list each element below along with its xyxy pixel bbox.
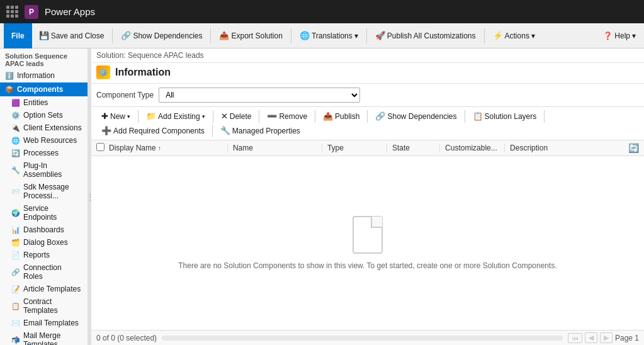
contract-templates-icon: 📋 xyxy=(11,302,20,310)
web-resources-icon: 🌐 xyxy=(11,136,20,145)
publish-button[interactable]: 🚀 Publish All Customizations xyxy=(371,29,480,43)
sidebar-item-information[interactable]: ℹ️ Information xyxy=(0,69,88,82)
save-close-button[interactable]: 💾 Save and Close xyxy=(35,29,109,43)
help-button[interactable]: ❓ Help ▾ xyxy=(599,30,640,42)
sidebar-item-entities[interactable]: 🟪 Entities xyxy=(0,96,88,109)
info-icon: ℹ️ xyxy=(5,71,14,80)
toolbar-sep-4 xyxy=(366,28,367,43)
sidebar-item-client-extensions[interactable]: 🔌 Client Extensions xyxy=(0,122,88,134)
translations-button[interactable]: 🌐 Translations ▾ xyxy=(295,29,363,43)
sidebar-item-option-sets[interactable]: ⚙️ Option Sets xyxy=(0,109,88,122)
action-sep-8 xyxy=(212,125,213,137)
toolbar-sep-3 xyxy=(291,28,291,43)
record-count: 0 of 0 (0 selected) xyxy=(96,334,157,342)
apps-grid-icon[interactable] xyxy=(6,6,18,18)
sidebar-item-reports[interactable]: 📄 Reports xyxy=(0,249,88,261)
sidebar-item-dashboards[interactable]: 📊 Dashboards xyxy=(0,223,88,236)
plugin-icon: 🔧 xyxy=(11,166,20,174)
horizontal-scrollbar[interactable] xyxy=(162,336,563,341)
email-templates-icon: ✉️ xyxy=(11,319,20,327)
publish-action-icon: 📤 xyxy=(323,111,333,121)
add-existing-button[interactable]: 📁 Add Existing ▾ xyxy=(141,110,210,123)
sidebar-item-processes[interactable]: 🔄 Processes xyxy=(0,147,88,159)
sidebar-item-sdk-message[interactable]: 📨 Sdk Message Processi... xyxy=(0,181,88,202)
show-deps-action-button[interactable]: 🔗 Show Dependencies xyxy=(370,110,461,123)
processes-icon: 🔄 xyxy=(11,149,20,157)
sidebar-item-mail-merge[interactable]: 📬 Mail Merge Templates xyxy=(0,329,88,345)
delete-button[interactable]: ✕ Delete xyxy=(216,110,257,123)
prev-page-button[interactable]: ◀ xyxy=(585,332,597,343)
col-type[interactable]: Type xyxy=(322,144,387,152)
pagination: ⏮ ◀ ▶ Page 1 xyxy=(568,332,639,343)
solution-icon: ⚙️ xyxy=(96,65,110,79)
sidebar-item-connection-roles[interactable]: 🔗 Connection Roles xyxy=(0,261,88,283)
service-endpoints-icon: 🌍 xyxy=(11,208,20,217)
sdk-icon: 📨 xyxy=(11,187,20,196)
sidebar-item-dialog-boxes[interactable]: 🗂️ Dialog Boxes xyxy=(0,236,88,249)
content-scrollable: There are no Solution Components to show… xyxy=(91,156,644,330)
publish-icon: 🚀 xyxy=(375,31,385,41)
dialog-icon: 🗂️ xyxy=(11,238,20,247)
export-icon: 📤 xyxy=(219,31,229,41)
action-sep-5 xyxy=(367,110,368,123)
col-display-name[interactable]: Display Name ↑ xyxy=(109,144,227,152)
app-title: Power Apps xyxy=(45,6,95,17)
select-all-checkbox[interactable] xyxy=(96,143,105,151)
solution-title: Information xyxy=(115,67,171,78)
new-caret: ▾ xyxy=(127,113,130,120)
action-sep-3 xyxy=(259,110,259,123)
first-page-button[interactable]: ⏮ xyxy=(568,333,582,343)
empty-state: There are no Solution Components to show… xyxy=(91,156,644,330)
show-deps-button[interactable]: 🔗 Show Dependencies xyxy=(116,29,206,43)
add-existing-caret: ▾ xyxy=(202,113,205,120)
breadcrumb: Solution: Sequence APAC leads xyxy=(91,48,644,63)
action-toolbar: ✚ New ▾ 📁 Add Existing ▾ ✕ Delete ➖ Remo… xyxy=(91,107,644,140)
actions-icon: ⚡ xyxy=(493,31,503,41)
help-caret: ▾ xyxy=(632,31,636,40)
export-button[interactable]: 📤 Export Solution xyxy=(215,29,286,43)
bottom-bar: 0 of 0 (0 selected) ⏮ ◀ ▶ Page 1 xyxy=(91,330,644,345)
add-required-button[interactable]: ➕ Add Required Components xyxy=(96,124,210,137)
sidebar-item-service-endpoints[interactable]: 🌍 Service Endpoints xyxy=(0,202,88,223)
page-label: Page 1 xyxy=(615,334,639,342)
solution-layers-button[interactable]: 📋 Solution Layers xyxy=(468,110,542,123)
managed-props-icon: 🔧 xyxy=(220,126,230,135)
empty-file-icon xyxy=(353,216,383,254)
sidebar-item-email-templates[interactable]: ✉️ Email Templates xyxy=(0,317,88,329)
sidebar-resize-handle[interactable] xyxy=(88,48,91,345)
publish-action-button[interactable]: 📤 Publish xyxy=(318,110,364,123)
empty-text: There are no Solution Components to show… xyxy=(178,261,556,270)
remove-button[interactable]: ➖ Remove xyxy=(262,110,312,123)
sidebar-item-components[interactable]: 📦 Components xyxy=(0,82,88,96)
action-sep-4 xyxy=(315,110,315,123)
col-state[interactable]: State xyxy=(387,144,439,152)
next-page-button[interactable]: ▶ xyxy=(600,332,613,343)
col-description[interactable]: Description xyxy=(504,144,628,152)
sidebar-item-plugin-assemblies[interactable]: 🔧 Plug-In Assemblies xyxy=(0,159,88,181)
sidebar-item-article-templates[interactable]: 📝 Article Templates xyxy=(0,283,88,295)
help-icon: ❓ xyxy=(603,31,613,40)
entities-icon: 🟪 xyxy=(11,98,20,107)
sidebar-item-contract-templates[interactable]: 📋 Contract Templates xyxy=(0,295,88,317)
action-sep-7 xyxy=(544,110,545,123)
component-type-select[interactable]: All Entities Option Sets Client Extensio… xyxy=(159,88,360,103)
actions-button[interactable]: ⚡ Actions ▾ xyxy=(489,29,539,43)
deps-icon: 🔗 xyxy=(121,31,131,41)
content-area: Solution: Sequence APAC leads ⚙️ Informa… xyxy=(91,48,644,345)
connection-roles-icon: 🔗 xyxy=(11,268,20,276)
mail-merge-icon: 📬 xyxy=(11,336,20,344)
components-icon: 📦 xyxy=(5,85,14,94)
remove-icon: ➖ xyxy=(267,111,277,121)
main-layout: Solution Sequence APAC leads ℹ️ Informat… xyxy=(0,48,644,345)
show-deps-action-icon: 🔗 xyxy=(375,111,385,121)
col-name[interactable]: Name xyxy=(227,144,322,152)
col-customizable[interactable]: Customizable... xyxy=(439,144,504,152)
new-button[interactable]: ✚ New ▾ xyxy=(96,110,135,123)
sidebar: Solution Sequence APAC leads ℹ️ Informat… xyxy=(0,48,88,345)
file-button[interactable]: File xyxy=(4,23,32,48)
sidebar-item-web-resources[interactable]: 🌐 Web Resources xyxy=(0,134,88,147)
toolbar-sep-1 xyxy=(112,28,113,43)
managed-props-button[interactable]: 🔧 Managed Properties xyxy=(215,124,305,137)
refresh-button[interactable]: 🔄 xyxy=(628,143,639,153)
header-checkbox[interactable] xyxy=(96,143,109,153)
